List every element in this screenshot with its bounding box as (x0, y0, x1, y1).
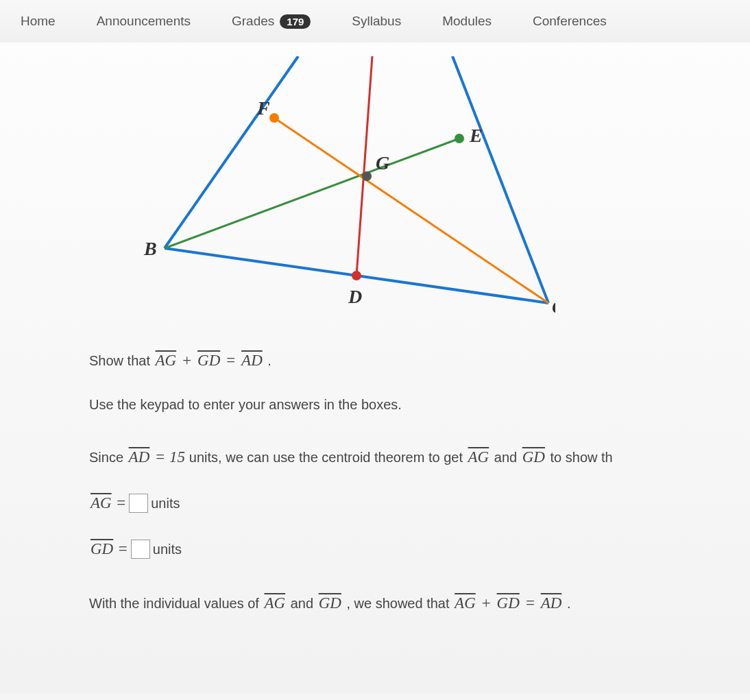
seg-gd-2: GD (521, 448, 546, 466)
nav-announcements-label: Announcements (97, 14, 191, 29)
seg-gd-4: GD (317, 594, 343, 612)
label-c: C (552, 296, 555, 317)
to-show: to show th (551, 450, 613, 465)
median-ad (356, 56, 372, 276)
ag-input-line: AG = units (89, 490, 709, 516)
nav-home[interactable]: Home (21, 14, 56, 29)
side-ab (165, 56, 298, 248)
period-1: . (267, 353, 271, 368)
and-2: and (291, 596, 317, 611)
label-f: F (256, 97, 270, 119)
equals-1: = (226, 352, 240, 369)
nav-modules-label: Modules (442, 14, 492, 29)
point-e (455, 134, 464, 143)
equals-2: = (116, 490, 127, 516)
and-1: and (494, 450, 521, 465)
conclusion-mid: , we showed that (346, 596, 453, 611)
point-d (352, 271, 361, 280)
plus-2: + (481, 594, 495, 612)
period-2: . (567, 596, 571, 611)
units-1: units (151, 492, 180, 515)
label-g: G (376, 152, 389, 173)
nav-home-label: Home (21, 14, 56, 29)
seg-ag-4: AG (263, 594, 287, 612)
grades-badge: 179 (280, 14, 311, 29)
seg-ag-5: AG (453, 594, 477, 612)
seg-ag: AG (154, 352, 178, 369)
seg-ag-3: AG (89, 490, 113, 516)
side-ac (452, 56, 548, 303)
seg-ad-3: AD (540, 594, 564, 612)
nav-conferences-label: Conferences (533, 14, 607, 29)
since-prefix: Since (89, 450, 128, 465)
since-line: Since AD = 15 units, we can use the cent… (89, 444, 709, 470)
conclusion-prefix: With the individual values of (89, 596, 263, 611)
since-suffix: units, we can use the centroid theorem t… (189, 450, 467, 465)
equals-4: = (524, 594, 539, 612)
nav-announcements[interactable]: Announcements (97, 14, 191, 29)
nav-syllabus[interactable]: Syllabus (352, 14, 401, 29)
show-that-prefix: Show that (89, 353, 154, 368)
plus-1: + (182, 352, 196, 369)
seg-gd: GD (196, 352, 221, 369)
units-2: units (153, 538, 182, 561)
seg-gd-5: GD (496, 594, 521, 612)
nav-syllabus-label: Syllabus (352, 14, 401, 29)
show-that-line: Show that AG + GD = AD . (89, 347, 709, 374)
median-cf (274, 118, 548, 303)
instruction-line: Use the keypad to enter your answers in … (89, 393, 709, 416)
seg-ad: AD (240, 352, 264, 369)
nav-conferences[interactable]: Conferences (533, 14, 607, 29)
ad-value: = 15 (155, 448, 189, 466)
nav-modules[interactable]: Modules (442, 14, 492, 29)
seg-gd-3: GD (89, 535, 114, 562)
label-b: B (143, 238, 157, 259)
median-be (165, 138, 459, 248)
conclusion-line: With the individual values of AG and GD … (89, 590, 709, 616)
ag-input[interactable] (129, 494, 148, 513)
gd-input[interactable] (131, 540, 150, 559)
gd-input-line: GD = units (89, 535, 709, 562)
label-d: D (348, 286, 362, 307)
seg-ag-2: AG (467, 448, 491, 466)
problem-text: Show that AG + GD = AD . Use the keypad … (89, 347, 709, 616)
nav-bar: Home Announcements Grades 179 Syllabus M… (0, 0, 750, 43)
seg-ad-2: AD (128, 448, 152, 466)
point-g (362, 171, 372, 181)
nav-grades-label: Grades (232, 14, 274, 29)
equals-3: = (117, 535, 128, 562)
triangle-diagram: F E G B D C (89, 56, 555, 324)
point-f (269, 113, 279, 123)
nav-grades[interactable]: Grades 179 (232, 14, 311, 29)
label-e: E (469, 125, 483, 146)
content-area: F E G B D C Show that AG + GD = AD . Use… (0, 43, 750, 694)
